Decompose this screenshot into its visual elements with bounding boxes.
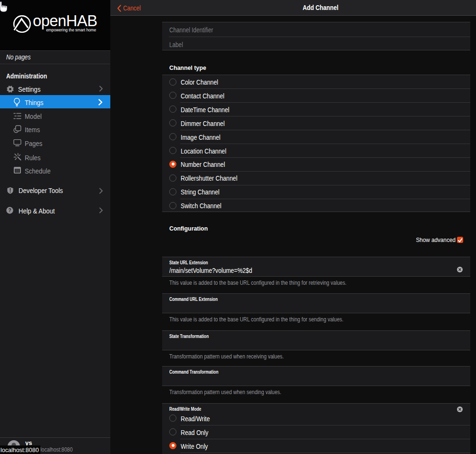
svg-text:?: ? (8, 208, 11, 213)
